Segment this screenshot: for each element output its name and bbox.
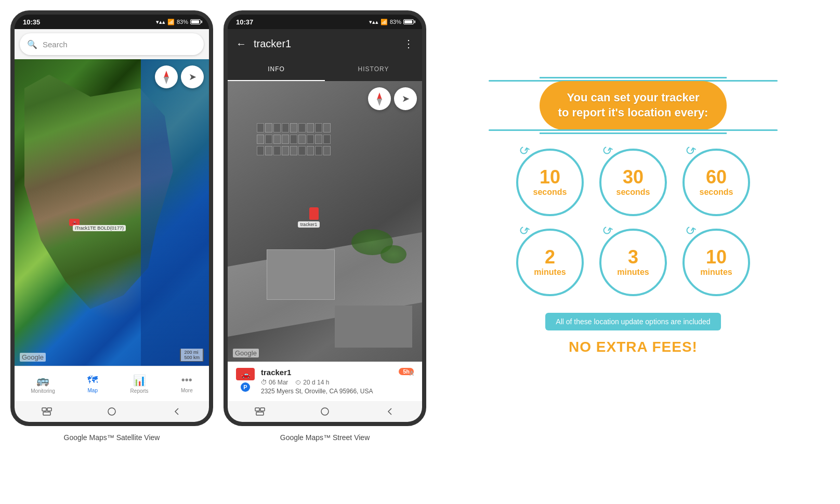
status-bar-1: 10:35 ▾▴▴ 📶 83% [15, 15, 209, 29]
nav-monitoring[interactable]: 🚌 Monitoring [31, 374, 55, 394]
search-bar[interactable]: 🔍 Search [20, 33, 204, 55]
circle-10m: 10 minutes [682, 229, 750, 296]
signal-icon-2: ▾▴▴ [369, 19, 378, 25]
no-extra-fees: NO EXTRA FEES! [569, 339, 698, 355]
tracker-date: ⏱ 06 Mar [261, 379, 288, 386]
back-button-1[interactable] [169, 404, 184, 419]
menu-button[interactable]: ⋮ [403, 37, 414, 50]
status-icons-2: ▾▴▴ 📶 83% [369, 19, 414, 25]
battery-pct-1: 83% [177, 19, 188, 25]
compass-button-2[interactable] [368, 87, 391, 110]
time-1: 10:35 [23, 18, 40, 26]
svg-rect-1 [47, 408, 51, 411]
reports-icon: 📊 [133, 374, 146, 387]
aerial-map: ➤ tracker1 Google [228, 81, 422, 362]
more-icon: ••• [181, 374, 192, 386]
bottom-nav-1: 🚌 Monitoring 🗺 Map 📊 Reports ••• More [15, 366, 209, 401]
home-button-1[interactable] [104, 404, 119, 419]
status-bar-2: 10:37 ▾▴▴ 📶 83% [228, 15, 422, 29]
phone1-wrapper: 10:35 ▾▴▴ 📶 83% 🔍 Search [10, 10, 213, 442]
unit-30s: seconds [616, 188, 650, 197]
google-watermark-1: Google [20, 353, 46, 362]
phone2-caption: Google Maps™ Street View [280, 433, 370, 442]
nav-reports-label: Reports [130, 388, 149, 394]
tracker-duration: ⏲ 20 d 14 h [295, 379, 329, 386]
interval-2m: ↺ 2 minutes [516, 229, 584, 296]
tracker-icons: 🚗 P [236, 368, 255, 392]
aerial-map-area[interactable]: ➤ tracker1 Google [228, 81, 422, 362]
search-input[interactable]: Search [43, 40, 68, 49]
nav-map[interactable]: 🗺 Map [87, 374, 98, 393]
car-label: iTrack1TE BOLD(0177) [73, 225, 126, 231]
unit-2m: minutes [534, 268, 566, 277]
interval-10m: ↺ 10 minutes [682, 229, 750, 296]
clock-icon: ⏱ [261, 379, 267, 386]
recents-button-1[interactable] [40, 404, 54, 419]
arrow-icon: ➤ [189, 71, 196, 83]
interval-3m: ↺ 3 minutes [599, 229, 667, 296]
p-badge: P [241, 382, 250, 392]
svg-rect-2 [43, 412, 50, 415]
app-header-2: ← tracker1 ⋮ [228, 29, 422, 58]
unit-60s: seconds [700, 188, 733, 197]
system-nav-1 [15, 401, 209, 422]
tracker-meta: ⏱ 06 Mar ⏲ 20 d 14 h [261, 379, 392, 386]
number-3m: 3 [628, 248, 638, 267]
battery-pct-2: 83% [390, 19, 401, 25]
wifi-icon-2: 📶 [380, 19, 388, 25]
bottom-line [489, 129, 778, 131]
satellite-map-area[interactable]: ➤ 🚗 iTrack1TE BOLD(0177) Google 200 mi50… [15, 59, 209, 366]
nav-monitoring-label: Monitoring [31, 388, 55, 394]
aerial-car[interactable] [309, 207, 319, 220]
battery-icon-1 [190, 19, 201, 24]
tabs-bar: INFO HISTORY [228, 58, 422, 81]
circle-3m: 3 minutes [599, 229, 667, 296]
svg-rect-5 [260, 408, 265, 411]
home-button-2[interactable] [318, 404, 332, 419]
battery-icon-2 [403, 19, 414, 24]
aerial-car-label: tracker1 [298, 221, 320, 228]
back-button-header[interactable]: ← [236, 38, 246, 50]
location-arrow-button[interactable]: ➤ [181, 65, 204, 88]
svg-rect-4 [255, 408, 259, 411]
search-icon: 🔍 [27, 39, 37, 49]
tab-info[interactable]: INFO [228, 58, 325, 81]
phone2: 10:37 ▾▴▴ 📶 83% ← tracker1 ⋮ INFO HISTOR… [224, 10, 426, 426]
info-panel: You can set your trackerto report it's l… [437, 10, 830, 426]
phone1: 10:35 ▾▴▴ 📶 83% 🔍 Search [10, 10, 213, 426]
google-watermark-2: Google [233, 349, 259, 357]
phone1-caption: Google Maps™ Satellite View [64, 433, 160, 442]
unit-10m: minutes [700, 268, 732, 277]
info-title-box: You can set your trackerto report it's l… [540, 81, 727, 129]
tracker-name-row: tracker1 [261, 368, 392, 377]
svg-point-7 [321, 408, 329, 415]
ocean [141, 59, 209, 366]
car-icon: 🚗 [236, 368, 255, 380]
tab-history[interactable]: HISTORY [325, 58, 422, 81]
building-2 [335, 306, 413, 348]
title-area: You can set your trackerto report it's l… [452, 81, 814, 129]
header-title: tracker1 [254, 38, 396, 50]
number-2m: 2 [545, 248, 555, 267]
compass-button[interactable] [155, 65, 178, 88]
location-arrow-button-2[interactable]: ➤ [394, 87, 417, 110]
circle-30s: 30 seconds [599, 149, 667, 216]
circle-10s: 10 seconds [516, 149, 584, 216]
tracker-card-header: 🚗 P tracker1 ⏱ 06 Mar ⏲ [236, 368, 414, 395]
svg-rect-6 [256, 412, 264, 415]
recents-button-2[interactable] [253, 404, 267, 419]
nav-more[interactable]: ••• More [181, 374, 193, 393]
phone2-wrapper: 10:37 ▾▴▴ 📶 83% ← tracker1 ⋮ INFO HISTOR… [224, 10, 426, 442]
intervals-grid: ↺ 10 seconds ↺ 30 seconds ↺ 60 seconds ↺ [516, 149, 750, 296]
tracker-name: tracker1 [261, 368, 291, 377]
tracker-address: 2325 Myers St, Oroville, CA 95966, USA [261, 388, 392, 395]
building-1 [267, 249, 335, 300]
nav-map-label: Map [88, 388, 98, 393]
nav-reports[interactable]: 📊 Reports [130, 374, 149, 394]
number-10s: 10 [540, 168, 560, 187]
number-10m: 10 [706, 248, 727, 267]
trees-2 [380, 245, 406, 263]
back-button-2[interactable] [383, 404, 397, 419]
time-2: 10:37 [236, 18, 253, 26]
map-scale: 200 mi500 km [180, 349, 204, 362]
